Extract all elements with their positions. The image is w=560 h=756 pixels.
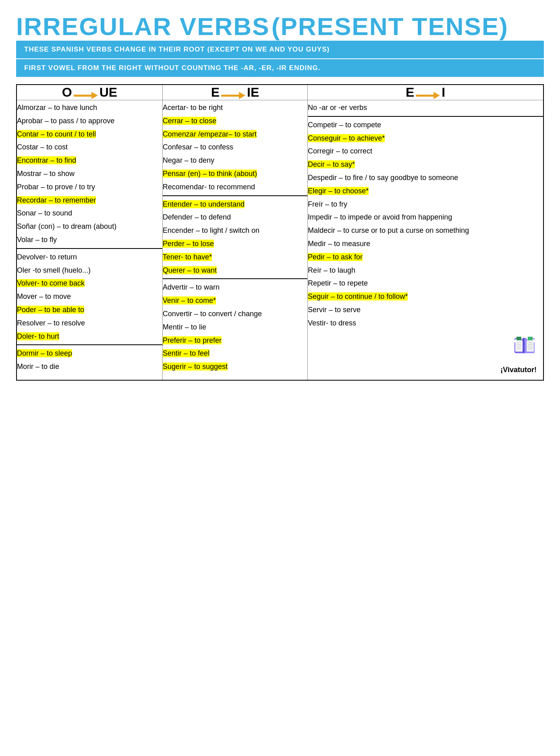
list-item: Conseguir – to achieve* — [308, 133, 543, 144]
col3-body: No -ar or -er verbsCompetir – to compete… — [308, 100, 543, 381]
list-item: Dormir – to sleep — [17, 348, 162, 359]
entry: Corregir – to correct — [308, 145, 543, 157]
divider — [308, 116, 543, 117]
list-item: Poder – to be able to — [17, 304, 162, 316]
divider — [17, 344, 162, 345]
divider — [163, 195, 307, 196]
list-item: Elegir – to choose* — [308, 185, 543, 197]
highlighted-entry: Decir – to say* — [308, 160, 355, 168]
highlighted-entry: Recordar – to remember — [17, 196, 96, 204]
list-item: Comenzar /empezar– to start — [163, 128, 307, 140]
entry: Repetir – to repete — [308, 278, 543, 289]
entry: Vestir- to dress — [308, 317, 543, 329]
svg-rect-13 — [515, 340, 523, 352]
list-item: Tener- to have* — [163, 251, 307, 263]
entry: Mentir – to lie — [163, 321, 307, 333]
divider — [17, 248, 162, 249]
list-item: Venir – to come* — [163, 295, 307, 307]
list-item: Encontrar – to find — [17, 155, 162, 166]
highlighted-entry: Elegir – to choose* — [308, 187, 369, 195]
list-item: Seguir – to continue / to follow* — [308, 291, 543, 302]
highlighted-entry: Seguir – to continue / to follow* — [308, 292, 408, 300]
svg-marker-3 — [239, 92, 245, 99]
list-item: Pedir – to ask for — [308, 251, 543, 263]
list-item: Recordar – to remember — [17, 195, 162, 206]
svg-rect-14 — [527, 340, 534, 352]
list-item: Querer – to want — [163, 265, 307, 276]
divider — [163, 278, 307, 279]
col2-arrow — [221, 88, 245, 97]
entry: Mostrar – to show — [17, 168, 162, 180]
list-item: Preferir – to prefer — [163, 335, 307, 346]
entry: Probar – to prove / to try — [17, 181, 162, 193]
col1-right: UE — [100, 85, 117, 100]
entry: Encender – to light / switch on — [163, 225, 307, 236]
col2-body: Acertar- to be rightCerrar – to closeCom… — [162, 100, 307, 381]
list-item: Volver- to come back — [17, 278, 162, 289]
page-title: IRREGULAR VERBS (PRESENT TENSE) — [16, 12, 544, 41]
svg-rect-2 — [221, 95, 240, 97]
col1-header: O UE — [17, 85, 162, 100]
highlighted-entry: Comenzar /empezar– to start — [163, 130, 257, 138]
highlighted-entry: Pedir – to ask for — [308, 253, 363, 261]
highlighted-entry: Tener- to have* — [163, 253, 212, 261]
entry: Volar – to fly — [17, 234, 162, 246]
logo-area — [308, 331, 543, 365]
list-item: Doler- to hurt — [17, 331, 162, 342]
highlighted-entry: Sugerir – to suggest — [163, 362, 228, 371]
entry: Convertir – to convert / change — [163, 308, 307, 320]
highlighted-entry: Encontrar – to find — [17, 156, 76, 164]
entry: Aprobar – to pass / to approve — [17, 115, 162, 127]
col3-left: E — [406, 85, 414, 100]
col1-body: Almorzar – to have lunchAprobar – to pas… — [17, 100, 162, 381]
highlighted-entry: Poder – to be able to — [17, 306, 84, 314]
col2-right: IE — [247, 85, 259, 100]
entry: Sonar – to sound — [17, 207, 162, 219]
entry: Confesar – to confess — [163, 141, 307, 153]
entry: Recomendar- to recommend — [163, 181, 307, 193]
entry: Costar – to cost — [17, 141, 162, 153]
info-box-1: THESE SPANISH VERBS CHANGE IN THEIR ROOT… — [16, 41, 544, 58]
entry: Devolver- to return — [17, 251, 162, 263]
highlighted-entry: Pensar (en) – to think (about) — [163, 170, 257, 178]
highlighted-entry: Preferir – to prefer — [163, 336, 222, 344]
svg-marker-5 — [433, 92, 440, 99]
highlighted-entry: Querer – to want — [163, 266, 217, 274]
col2-left: E — [211, 85, 220, 100]
svg-rect-8 — [523, 338, 525, 353]
info-box-2: FIRST VOWEL FROM THE RIGHT WITHOUT COUNT… — [16, 59, 544, 77]
col2-header: E IE — [162, 85, 307, 100]
entry: Reír – to laugh — [308, 265, 543, 276]
entry: No -ar or -er verbs — [308, 102, 543, 114]
col3-right: I — [442, 85, 445, 100]
svg-marker-1 — [91, 92, 98, 99]
title-main: IRREGULAR VERBS — [16, 12, 270, 40]
list-item: Perder – to lose — [163, 238, 307, 250]
entry: Resolver – to resolve — [17, 317, 162, 329]
list-item: Contar – to count / to tell — [17, 128, 162, 140]
highlighted-entry: Perder – to lose — [163, 240, 214, 248]
entry: Negar – to deny — [163, 155, 307, 166]
entry: Competir – to compete — [308, 119, 543, 131]
highlighted-entry: Cerrar – to close — [163, 117, 216, 125]
entry: Defender – to defend — [163, 211, 307, 223]
highlighted-entry: Entender – to understand — [163, 200, 245, 208]
book-icon — [512, 335, 537, 357]
list-item: Cerrar – to close — [163, 115, 307, 127]
col3-arrow — [416, 88, 440, 97]
list-item: Sentir – to feel — [163, 348, 307, 359]
entry: Medir – to measure — [308, 238, 543, 250]
col1-arrow — [74, 88, 98, 97]
entry: Servir – to serve — [308, 304, 543, 316]
col1-left: O — [62, 85, 72, 100]
list-item: Sugerir – to suggest — [163, 361, 307, 373]
list-item: Entender – to understand — [163, 199, 307, 210]
entry: Maldecir – to curse or to put a curse on… — [308, 225, 543, 236]
highlighted-entry: Venir – to come* — [163, 296, 216, 304]
highlighted-entry: Sentir – to feel — [163, 349, 209, 357]
list-item: Decir – to say* — [308, 159, 543, 170]
highlighted-entry: Doler- to hurt — [17, 332, 59, 340]
list-item: Pensar (en) – to think (about) — [163, 168, 307, 180]
entry: Freír – to fry — [308, 199, 543, 210]
entry: Mover – to move — [17, 291, 162, 302]
